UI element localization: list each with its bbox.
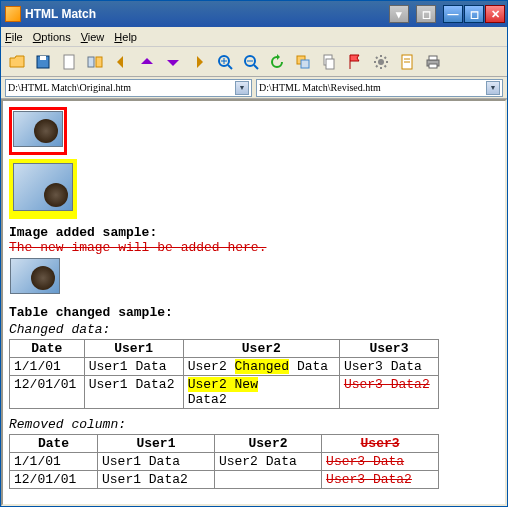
path-right[interactable]: D:\HTML Match\Revised.htm ▼ <box>256 79 503 97</box>
menu-help[interactable]: Help <box>114 31 137 43</box>
table-row: 1/1/01 User1 Data User2 Changed Data Use… <box>10 358 439 376</box>
thumbnail-icon <box>13 111 63 147</box>
compare-icon[interactable] <box>83 50 107 74</box>
app-icon <box>5 6 21 22</box>
svg-rect-1 <box>40 56 46 60</box>
window-title: HTML Match <box>25 7 389 21</box>
diff-viewport[interactable]: Image added sample: The new image will b… <box>1 99 507 506</box>
copy-icon[interactable] <box>317 50 341 74</box>
zoom-in-icon[interactable] <box>213 50 237 74</box>
menu-file[interactable]: File <box>5 31 23 43</box>
removed-text: User3 Data2 <box>326 472 412 487</box>
page-icon[interactable] <box>57 50 81 74</box>
document-icon[interactable] <box>395 50 419 74</box>
toolbar <box>1 47 507 77</box>
arrow-left-icon[interactable] <box>109 50 133 74</box>
svg-line-10 <box>254 65 258 69</box>
window-buttons: ▾ ◻ — ◻ ✕ <box>389 5 505 23</box>
close-button[interactable]: ✕ <box>485 5 505 23</box>
subhead-removed-col: Removed column: <box>9 417 499 432</box>
aux-button-1[interactable]: ▾ <box>389 5 409 23</box>
image-sample <box>9 257 61 299</box>
maximize-button[interactable]: ◻ <box>464 5 484 23</box>
removed-text: User3 Data <box>326 454 404 469</box>
col-user3: User3 <box>322 435 439 453</box>
col-user1: User1 <box>98 435 215 453</box>
diff-highlight: User2 New <box>188 377 258 392</box>
diff-highlight: Changed <box>235 359 290 374</box>
removed-text: The new image will be added here. <box>9 240 499 255</box>
col-user3: User3 <box>339 340 438 358</box>
col-user2: User2 <box>214 435 321 453</box>
save-icon[interactable] <box>31 50 55 74</box>
print-icon[interactable] <box>421 50 445 74</box>
image-added <box>9 159 77 219</box>
col-date: Date <box>10 435 98 453</box>
table-header-row: Date User1 User2 User3 <box>10 340 439 358</box>
refresh-icon[interactable] <box>265 50 289 74</box>
svg-rect-2 <box>64 55 74 69</box>
arrow-right-icon[interactable] <box>187 50 211 74</box>
svg-point-16 <box>378 59 384 65</box>
table-row: 12/01/01 User1 Data2 User3 Data2 <box>10 471 439 489</box>
table-removed-column: Date User1 User2 User3 1/1/01 User1 Data… <box>9 434 439 489</box>
svg-rect-21 <box>429 56 437 60</box>
table-header-row: Date User1 User2 User3 <box>10 435 439 453</box>
section-table-changed: Table changed sample: <box>9 305 499 320</box>
table-row: 12/01/01 User1 Data2 User2 NewData2 User… <box>10 376 439 409</box>
dropdown-icon[interactable]: ▼ <box>486 81 500 95</box>
flag-icon[interactable] <box>343 50 367 74</box>
subhead-changed-data: Changed data: <box>9 322 499 337</box>
aux-button-2[interactable]: ◻ <box>416 5 436 23</box>
menubar: File Options View Help <box>1 27 507 47</box>
path-bar: D:\HTML Match\Original.htm ▼ D:\HTML Mat… <box>1 77 507 99</box>
app-window: HTML Match ▾ ◻ — ◻ ✕ File Options View H… <box>0 0 508 507</box>
path-left-text: D:\HTML Match\Original.htm <box>8 82 235 93</box>
removed-text: User3 Data2 <box>344 377 430 392</box>
svg-rect-3 <box>88 57 94 67</box>
svg-rect-15 <box>326 59 334 69</box>
thumbnail-icon <box>13 163 73 211</box>
svg-line-6 <box>228 65 232 69</box>
col-user2: User2 <box>183 340 339 358</box>
col-user1: User1 <box>84 340 183 358</box>
path-right-text: D:\HTML Match\Revised.htm <box>259 82 486 93</box>
dropdown-icon[interactable]: ▼ <box>235 81 249 95</box>
col-date: Date <box>10 340 85 358</box>
zoom-out-icon[interactable] <box>239 50 263 74</box>
svg-rect-4 <box>96 57 102 67</box>
thumbnail-icon <box>10 258 60 294</box>
minimize-button[interactable]: — <box>443 5 463 23</box>
section-image-added: Image added sample: <box>9 225 499 240</box>
svg-rect-13 <box>301 60 309 68</box>
overlay-icon[interactable] <box>291 50 315 74</box>
open-icon[interactable] <box>5 50 29 74</box>
settings-icon[interactable] <box>369 50 393 74</box>
svg-rect-22 <box>429 64 437 68</box>
menu-view[interactable]: View <box>81 31 105 43</box>
arrow-down-icon[interactable] <box>161 50 185 74</box>
path-left[interactable]: D:\HTML Match\Original.htm ▼ <box>5 79 252 97</box>
image-removed <box>9 107 67 155</box>
arrow-up-icon[interactable] <box>135 50 159 74</box>
table-changed-data: Date User1 User2 User3 1/1/01 User1 Data… <box>9 339 439 409</box>
table-row: 1/1/01 User1 Data User2 Data User3 Data <box>10 453 439 471</box>
titlebar: HTML Match ▾ ◻ — ◻ ✕ <box>1 1 507 27</box>
menu-options[interactable]: Options <box>33 31 71 43</box>
